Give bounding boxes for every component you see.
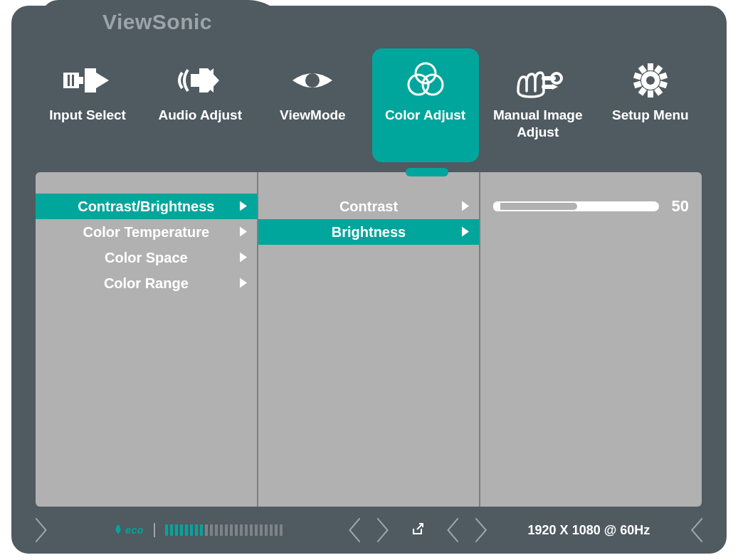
input-select-icon [63,58,112,102]
audio-adjust-icon [172,58,228,102]
svg-rect-13 [648,63,653,70]
tab-input-select[interactable]: Input Select [34,48,141,162]
svg-point-12 [646,76,655,85]
menu-item-label: Brightness [332,224,406,241]
value-column: 50 [479,172,702,507]
tab-label: Color Adjust [382,107,468,124]
svg-rect-2 [68,75,70,86]
svg-point-9 [423,75,443,95]
chevron-right-icon [462,199,469,215]
menu-contrast-brightness[interactable]: Contrast/Brightness [36,194,257,219]
svg-point-7 [416,63,436,83]
tab-label: Setup Menu [609,107,692,124]
menu-item-label: Contrast [339,199,398,215]
eco-label-text: eco [125,524,144,536]
menu-brightness[interactable]: Brightness [258,219,480,245]
svg-rect-4 [191,74,199,87]
brand-logo: ViewSonic [102,10,212,34]
setup-menu-icon [632,58,669,102]
chevron-right-icon [240,199,247,215]
volume-indicator[interactable] [165,524,283,536]
value-slider[interactable] [493,201,658,211]
menu-item-label: Color Space [105,250,188,266]
status-bar: eco 1920 X 1080 @ 60Hz [36,518,702,542]
status-segment-link [377,518,458,542]
svg-rect-3 [72,75,74,86]
menu-color-range[interactable]: Color Range [36,270,257,296]
content-panel: Contrast/Brightness Color Temperature Co… [36,172,702,507]
tab-label: Input Select [46,107,129,124]
menu-item-label: Contrast/Brightness [78,199,214,215]
chevron-right-icon [240,224,247,241]
svg-rect-5 [199,68,208,93]
menu-column-1: Contrast/Brightness Color Temperature Co… [36,172,257,507]
value-row: 50 [480,194,702,219]
menu-item-label: Color Range [104,275,189,292]
viewmode-icon [290,58,335,102]
svg-point-6 [305,73,320,88]
external-link-icon[interactable] [411,522,425,539]
menu-color-temperature[interactable]: Color Temperature [36,219,257,245]
color-adjust-icon [404,58,447,102]
chevron-right-icon [240,275,247,292]
tab-label: ViewMode [277,107,349,124]
tab-label: Manual Image Adjust [485,107,591,141]
resolution-readout: 1920 X 1080 @ 60Hz [475,523,702,538]
chevron-right-icon [240,250,247,266]
menu-color-space[interactable]: Color Space [36,245,257,270]
menu-column-2: Contrast Brightness [257,172,480,507]
menu-contrast[interactable]: Contrast [258,194,480,219]
tab-label: Audio Adjust [155,107,245,124]
menu-item-label: Color Temperature [83,224,209,241]
main-tabs: Input Select Audio Adjust [11,48,727,162]
value-display: 50 [672,197,689,216]
svg-rect-0 [63,73,79,88]
tab-viewmode[interactable]: ViewMode [259,48,366,162]
tab-color-adjust[interactable]: Color Adjust [372,48,479,162]
osd-frame: ViewSonic Input Select [11,6,727,554]
tab-manual-image-adjust[interactable]: Manual Image Adjust [485,48,591,162]
slider-fill [495,203,577,210]
separator [154,523,155,537]
status-segment-resolution: 1920 X 1080 @ 60Hz [475,518,702,542]
tab-audio-adjust[interactable]: Audio Adjust [147,48,253,162]
manual-image-adjust-icon [512,58,564,102]
tab-setup-menu[interactable]: Setup Menu [597,48,704,162]
svg-rect-1 [79,77,83,84]
eco-icon: eco [113,524,144,536]
chevron-right-icon [462,224,469,241]
status-segment-eco-volume: eco [36,518,360,542]
